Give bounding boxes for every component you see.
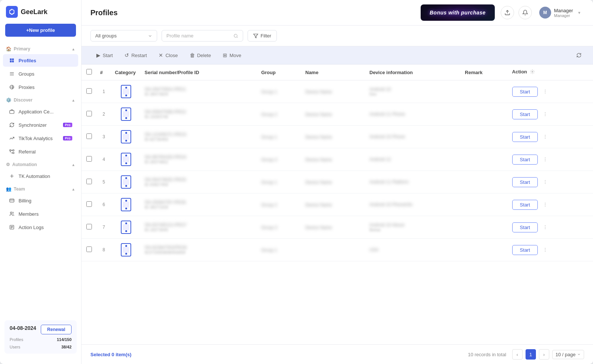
row-checkbox-4[interactable] [86, 156, 92, 162]
tk-automation-label: TK Automation [19, 173, 72, 179]
start-button-2[interactable]: Start [512, 109, 538, 119]
avatar-initial: M [543, 10, 547, 15]
row-checkbox-6[interactable] [86, 201, 92, 207]
row-checkbox-3[interactable] [86, 133, 92, 139]
filter-button[interactable]: Filter [248, 30, 277, 42]
sidebar-item-synchronizer[interactable]: Synchronizer Pro [3, 119, 78, 131]
sidebar-item-proxies[interactable]: Proxies [3, 81, 78, 93]
new-profile-button[interactable]: +New profile [5, 24, 76, 37]
move-action-icon: ⊞ [223, 52, 227, 58]
more-options-button-5[interactable] [541, 178, 550, 186]
close-action[interactable]: ✕ Close [153, 50, 183, 60]
more-options-button-4[interactable] [541, 155, 550, 164]
row-checkbox-7[interactable] [86, 224, 92, 229]
notification-button[interactable] [519, 6, 532, 19]
group-select[interactable]: All groups [90, 30, 157, 42]
page-title: Profiles [90, 9, 415, 17]
row-device: Android 10 Phone [366, 126, 461, 148]
renewal-button[interactable]: Renewal [41, 325, 72, 334]
start-button-8[interactable]: Start [512, 245, 538, 255]
more-options-button-7[interactable] [541, 223, 550, 232]
more-options-button-2[interactable] [541, 110, 550, 119]
table-row: 6 SN-2938475F-PRO6 ID-38271928 Group 2 D… [82, 193, 593, 216]
sidebar-item-tk-automation[interactable]: TK Automation [3, 170, 78, 182]
start-button-6[interactable]: Start [512, 200, 538, 210]
row-serial: SN-8374651G-PRO7 ID-18273645 [141, 216, 258, 239]
sidebar-item-tiktok-analytics[interactable]: TikTok Analytics Pro [3, 132, 78, 145]
more-dots-icon [543, 112, 548, 117]
page-1-button[interactable]: 1 [526, 349, 536, 360]
automation-icon [9, 173, 15, 179]
next-page-button[interactable]: › [539, 349, 549, 360]
row-num: 5 [96, 171, 111, 193]
more-options-button-1[interactable] [541, 87, 550, 96]
sidebar-item-profiles[interactable]: Profiles [3, 54, 78, 67]
row-checkbox-2[interactable] [86, 111, 92, 116]
row-checkbox-cell [82, 126, 96, 148]
more-options-button-8[interactable] [541, 245, 550, 254]
move-action[interactable]: ⊞ Move [217, 50, 247, 60]
svg-point-32 [545, 136, 546, 137]
row-group: Group 1 [258, 239, 302, 261]
row-num: 2 [96, 103, 111, 126]
row-remark [461, 103, 508, 126]
svg-point-36 [545, 161, 546, 161]
referral-icon [9, 149, 15, 155]
table-row: 4 SN-9876543D-PRO4 ID-28374652 Group 3 D… [82, 148, 593, 171]
row-checkbox-1[interactable] [86, 88, 92, 94]
row-checkbox-8[interactable] [86, 246, 92, 252]
sidebar-section-discover: ⚙️ Discover ▲ [0, 95, 81, 105]
page-size-select[interactable]: 10 / page [552, 350, 584, 359]
row-category [111, 103, 141, 126]
action-column: Start [512, 245, 589, 255]
phone-device-icon [121, 198, 131, 211]
actions-bar: ▶ Start ↺ Restart ✕ Close 🗑 Delete ⊞ Mov… [82, 46, 593, 64]
start-button-5[interactable]: Start [512, 177, 538, 187]
renewal-row: 04-08-2024 Renewal [10, 325, 72, 334]
svg-point-41 [545, 204, 546, 205]
start-button-3[interactable]: Start [512, 132, 538, 142]
more-options-button-6[interactable] [541, 200, 550, 209]
sidebar-item-members[interactable]: Members [3, 208, 78, 220]
restart-action[interactable]: ↺ Restart [119, 50, 153, 60]
row-name: Device Name [302, 171, 366, 193]
more-dots-icon [543, 179, 548, 185]
synchronizer-icon [9, 122, 15, 128]
sidebar-item-groups[interactable]: Groups [3, 67, 78, 80]
action-column: Start [512, 177, 589, 187]
row-device: Android 10 Above Below [366, 216, 461, 239]
svg-point-39 [545, 183, 546, 184]
row-checkbox-5[interactable] [86, 179, 92, 184]
row-action: Start [508, 103, 593, 126]
start-button-1[interactable]: Start [512, 87, 538, 97]
sidebar-item-billing[interactable]: Billing [3, 194, 78, 207]
prev-page-button[interactable]: ‹ [512, 349, 523, 360]
header-num: # [96, 64, 111, 80]
sidebar-item-referral[interactable]: Referral [3, 145, 78, 158]
delete-action[interactable]: 🗑 Delete [184, 50, 217, 60]
select-all-checkbox[interactable] [86, 69, 92, 75]
bonus-banner[interactable]: Bonus with purchase [421, 4, 495, 21]
start-button-4[interactable]: Start [512, 155, 538, 165]
group-select-value: All groups [95, 33, 117, 39]
row-name: Device Name [302, 216, 366, 239]
app-center-icon [9, 109, 15, 115]
more-options-button-3[interactable] [541, 132, 550, 141]
logo-area: GeeLark [0, 6, 81, 24]
referral-label: Referral [19, 149, 72, 155]
start-button-7[interactable]: Start [512, 222, 538, 232]
refresh-button[interactable] [574, 50, 584, 60]
renewal-date: 04-08-2024 [10, 325, 36, 331]
gear-icon[interactable] [530, 69, 535, 74]
upload-button[interactable] [501, 6, 514, 19]
sidebar-item-app-center[interactable]: Application Ce... [3, 105, 78, 118]
user-menu[interactable]: M Manager Manager ▼ [536, 5, 584, 20]
groups-label: Groups [19, 71, 72, 77]
search-input[interactable] [166, 33, 231, 39]
profiles-table-wrapper: # Category Serial number/Profile ID Grou… [82, 64, 593, 344]
sidebar-section-automation: ⚙ Automation ▲ [0, 160, 81, 169]
row-num: 7 [96, 216, 111, 239]
sidebar-item-action-logs[interactable]: Action Logs [3, 221, 78, 234]
user-chevron-icon: ▼ [577, 11, 581, 15]
start-action[interactable]: ▶ Start [90, 50, 119, 60]
